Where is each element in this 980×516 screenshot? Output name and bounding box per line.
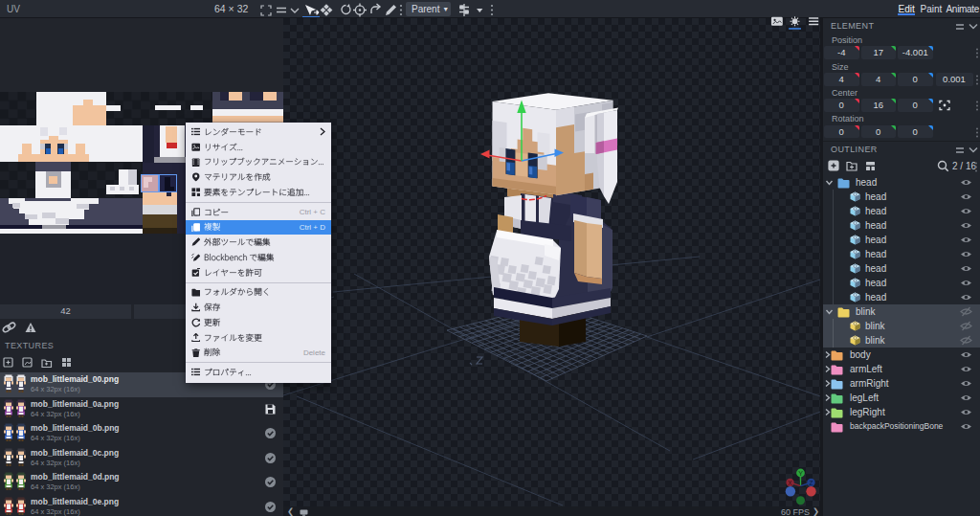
svg-text:X: X: [788, 480, 792, 486]
svg-text:Z: Z: [810, 480, 813, 486]
svg-text:Y: Y: [798, 470, 803, 477]
